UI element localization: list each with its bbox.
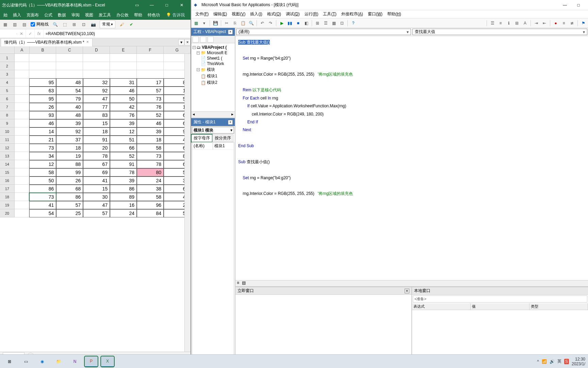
param-info-icon[interactable]: ⊞ bbox=[513, 20, 520, 27]
tray-expand-icon[interactable]: ^ bbox=[537, 359, 539, 364]
name-box[interactable] bbox=[0, 33, 17, 34]
view-code-icon[interactable] bbox=[193, 36, 199, 43]
zoom-100-icon[interactable]: ⬚ bbox=[62, 21, 68, 28]
save-icon[interactable]: 💾 bbox=[212, 20, 219, 27]
indent-icon[interactable]: ⇥ bbox=[533, 20, 540, 27]
paint-icon[interactable]: 🖌 bbox=[119, 21, 125, 28]
worksheet-grid[interactable]: A B C D E F G 12349548323117895635492465… bbox=[0, 46, 191, 352]
menu-编辑[interactable]: 编辑(E) bbox=[211, 11, 229, 18]
menu-外接程序[interactable]: 外接程序(A) bbox=[339, 11, 365, 18]
col-header-F[interactable]: F bbox=[137, 46, 164, 53]
view-object-icon[interactable] bbox=[200, 36, 206, 43]
paste-icon[interactable]: 📋 bbox=[240, 20, 246, 27]
col-header-D[interactable]: D bbox=[83, 46, 110, 53]
procedure-dropdown[interactable]: 查找最大值▾ bbox=[412, 29, 587, 35]
procedure-view-icon[interactable]: ▤ bbox=[241, 280, 247, 286]
menu-窗口[interactable]: 窗口(W) bbox=[366, 11, 385, 18]
select-all-corner[interactable] bbox=[0, 46, 15, 53]
scroll-left[interactable]: ◂ bbox=[193, 112, 195, 118]
workbook-tab[interactable]: 懂代码（1）——VBA程序的基本结构.xlsm * × bbox=[1, 38, 93, 46]
close-icon[interactable]: × bbox=[405, 289, 409, 293]
prop-name-value[interactable]: 模块1 bbox=[213, 142, 234, 150]
cancel-icon[interactable]: ✕ bbox=[17, 29, 26, 38]
locals-col-expression[interactable]: 表达式 bbox=[412, 303, 471, 310]
minimize-icon[interactable]: — bbox=[145, 0, 159, 10]
accept-icon[interactable]: ✓ bbox=[26, 29, 35, 38]
camera-icon[interactable]: 📷 bbox=[90, 21, 96, 28]
menu-帮助[interactable]: 帮助(H) bbox=[385, 11, 403, 18]
toggle-folders-icon[interactable] bbox=[208, 36, 214, 43]
list-constants-icon[interactable]: ≡ bbox=[497, 20, 504, 27]
tab-special[interactable]: 特色功 bbox=[146, 11, 162, 19]
clock-time[interactable]: 12:30 bbox=[572, 357, 585, 362]
properties-grid[interactable]: (名称) 模块1 bbox=[192, 142, 234, 368]
insert-icon[interactable]: ▾ bbox=[201, 20, 208, 27]
scroll-right[interactable]: ▸ bbox=[231, 112, 233, 118]
find-icon[interactable]: 🔍 bbox=[248, 20, 255, 27]
project-icon[interactable]: ⊞ bbox=[314, 20, 321, 27]
col-header-B[interactable]: B bbox=[30, 46, 56, 53]
prop-object-combo[interactable]: 模块1 模块▾ bbox=[192, 127, 234, 134]
freeze-icon[interactable]: ⊡ bbox=[81, 21, 87, 28]
close-icon[interactable]: ✕ bbox=[175, 0, 189, 10]
tab-categorized[interactable]: 按分类序 bbox=[212, 134, 233, 142]
gridlines-checkbox[interactable] bbox=[31, 22, 35, 27]
locals-col-value[interactable]: 值 bbox=[471, 303, 529, 310]
tab-review[interactable]: 审阅 bbox=[69, 11, 82, 19]
vscrollbar[interactable] bbox=[184, 54, 191, 352]
cut-icon[interactable]: ✂ bbox=[223, 20, 230, 27]
onenote-icon[interactable]: N bbox=[68, 356, 82, 367]
page-layout-icon[interactable]: ▤ bbox=[21, 21, 27, 28]
close-icon[interactable]: × bbox=[228, 120, 233, 125]
pagebreak-icon[interactable]: ▥ bbox=[12, 21, 18, 28]
ime-indicator[interactable]: 英 bbox=[557, 358, 561, 364]
checkmark-icon[interactable]: ✔ bbox=[128, 21, 134, 28]
object-dropdown[interactable]: (通用)▾ bbox=[236, 29, 411, 35]
new-window-icon[interactable]: ⊞ bbox=[71, 21, 77, 28]
tab-office[interactable]: 办公效 bbox=[114, 11, 131, 19]
col-header-G[interactable]: G bbox=[164, 46, 191, 53]
copy-icon[interactable]: ⎘ bbox=[231, 20, 238, 27]
object-browser-icon[interactable]: ▦ bbox=[330, 20, 337, 27]
tab-nav-down[interactable]: ▾ bbox=[178, 39, 184, 45]
tab-developer[interactable]: 发工具 bbox=[97, 11, 113, 19]
menu-文件[interactable]: 文件(F) bbox=[193, 11, 211, 18]
menu-工具[interactable]: 工具(T) bbox=[321, 11, 338, 18]
menu-视图[interactable]: 视图(V) bbox=[230, 11, 247, 18]
help-icon[interactable]: ? bbox=[350, 20, 357, 27]
undo-icon[interactable]: ↶ bbox=[259, 20, 266, 27]
explorer-icon[interactable]: 📁 bbox=[52, 356, 65, 367]
project-tree[interactable]: −🗂 VBAProject ( −📁 Microsoft E 📄 Sheet1 … bbox=[191, 43, 235, 111]
menu-插入[interactable]: 插入(I) bbox=[248, 11, 264, 18]
sogou-icon[interactable]: S bbox=[564, 359, 569, 364]
properties-icon[interactable]: ☰ bbox=[322, 20, 329, 27]
tellme[interactable]: 💡 告诉我 bbox=[166, 12, 185, 18]
break-icon[interactable]: ▮▮ bbox=[287, 20, 293, 27]
list-properties-icon[interactable]: ☰ bbox=[489, 20, 496, 27]
formula-input[interactable]: =RANDBETWEEN(10,100) bbox=[44, 31, 191, 37]
tab-home[interactable]: 始 bbox=[1, 11, 10, 19]
col-header-A[interactable]: A bbox=[15, 46, 29, 53]
quick-info-icon[interactable]: ℹ bbox=[505, 20, 512, 27]
maximize-icon[interactable]: □ bbox=[572, 0, 585, 10]
menu-格式[interactable]: 格式(O) bbox=[265, 11, 283, 18]
outdent-icon[interactable]: ⇤ bbox=[541, 20, 548, 27]
redo-icon[interactable]: ↷ bbox=[267, 20, 274, 27]
col-header-E[interactable]: E bbox=[110, 46, 137, 53]
start-button[interactable]: ⊞ bbox=[3, 356, 16, 367]
clock-date[interactable]: 2023/1/ bbox=[572, 362, 585, 366]
breakpoint-icon[interactable]: ● bbox=[552, 20, 559, 27]
macro-drop[interactable]: 常规 ▾ bbox=[100, 20, 115, 28]
comment-icon[interactable]: ≡ bbox=[560, 20, 567, 27]
normal-view-icon[interactable]: ▦ bbox=[2, 21, 8, 28]
locals-col-type[interactable]: 类型 bbox=[529, 303, 588, 310]
close-icon[interactable]: × bbox=[228, 30, 233, 34]
tab-view[interactable]: 视图 bbox=[83, 11, 95, 19]
menu-调试[interactable]: 调试(D) bbox=[284, 11, 302, 18]
code-editor[interactable]: Sub 查找最大值() Set rng = Range("b4:g20") rn… bbox=[235, 36, 588, 280]
fullmodule-icon[interactable]: ≡ bbox=[235, 280, 241, 286]
col-header-C[interactable]: C bbox=[56, 46, 83, 53]
excel-icon[interactable]: ▦ bbox=[193, 20, 199, 27]
excel-icon[interactable]: X bbox=[101, 356, 114, 367]
close-icon[interactable]: × bbox=[184, 39, 191, 45]
